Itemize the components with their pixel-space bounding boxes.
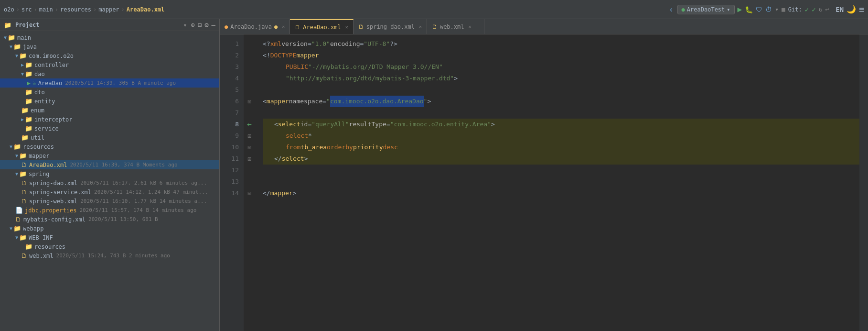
coverage-button[interactable]: 🛡 — [756, 6, 762, 13]
nav-back-button[interactable]: ‹ — [668, 4, 674, 15]
gutter-col: ⧆ ← ⧆ ⧆ ⧆ ⧆ — [244, 34, 255, 331]
folder-icon-com: 📁 — [19, 52, 27, 59]
tree-item-jdbc[interactable]: 📄 jdbc.properties 2020/5/11 15:57, 174 B… — [0, 206, 219, 215]
tree-item-resources[interactable]: ▼ 📁 resources — [0, 142, 219, 151]
gutter-fold-9: ⧆ — [244, 130, 255, 142]
tree-item-dao[interactable]: ▼ 📁 dao — [0, 69, 219, 78]
meta-web-xml: 2020/5/11 15:24, 743 B 2 minutes ago — [56, 253, 170, 259]
breadcrumb-o2o[interactable]: o2o — [4, 6, 14, 13]
tab-close-web-xml[interactable]: ✕ — [468, 24, 471, 29]
ln-11: 11 — [220, 153, 239, 165]
gutter-fold-6: ⧆ — [244, 96, 255, 107]
meta-spring-web: 2020/5/11 16:10, 1.77 kB 14 minutes a... — [80, 198, 207, 204]
tab-web-xml[interactable]: 🗋 web.xml ✕ — [427, 19, 484, 34]
label-entity: entity — [34, 98, 55, 105]
breadcrumb-src[interactable]: src — [21, 6, 32, 13]
stop-button[interactable]: ■ — [782, 6, 785, 13]
refresh-button[interactable]: ↻ — [819, 6, 823, 13]
label-areadao-xml: AreaDao.xml — [29, 162, 67, 168]
run-config-selector[interactable]: ● AreaDaoTest ▾ — [677, 5, 735, 14]
tree-item-webinf[interactable]: ▼ 📁 WEB-INF — [0, 233, 219, 242]
code-line-9: select * — [263, 130, 859, 142]
sep1: › — [16, 6, 20, 13]
tab-close-java[interactable]: ✕ — [282, 24, 285, 29]
xml-icon-areadao: 🗋 — [21, 161, 27, 168]
tree-item-spring-dao[interactable]: 🗋 spring-dao.xml 2020/5/11 16:17, 2.61 k… — [0, 178, 219, 188]
tree-item-controller[interactable]: ▶ 📁 controller — [0, 60, 219, 69]
locate-icon[interactable]: ⊕ — [191, 21, 194, 29]
gutter-breakpoint-8[interactable]: ← — [244, 119, 255, 130]
breadcrumb-resources[interactable]: resources — [60, 6, 91, 13]
more-run-button[interactable]: ▾ — [775, 6, 779, 13]
tree-item-java[interactable]: ▼ 📁 java — [0, 42, 219, 51]
folder-icon-java: 📁 — [13, 43, 21, 50]
breadcrumb-main[interactable]: main — [39, 6, 53, 13]
tab-modified-java: ● — [274, 23, 278, 30]
tree-item-spring[interactable]: ▼ 📁 spring — [0, 169, 219, 178]
folder-icon-interceptor: 📁 — [25, 116, 32, 123]
tree-item-mybatis[interactable]: 🗋 mybatis-config.xml 2020/5/11 13:50, 68… — [0, 215, 219, 224]
label-controller: controller — [34, 62, 69, 68]
tab-icon-web-xml: 🗋 — [432, 23, 438, 30]
folder-arrow-webapp: ▼ — [10, 226, 12, 231]
tree-item-resources2[interactable]: ▶ 📁 resources — [0, 242, 219, 251]
sidebar-icons: ⊕ ⊟ ⚙ — — [191, 21, 215, 29]
tree-item-areadao-xml[interactable]: 🗋 AreaDao.xml 2020/5/11 16:39, 374 B Mom… — [0, 160, 219, 169]
prop-icon-jdbc: 📄 — [15, 207, 23, 214]
folder-arrow-dao: ▼ — [21, 71, 24, 77]
code-line-10: from tb_area order by priority desc — [263, 142, 859, 153]
profiler-button[interactable]: ⏱ — [765, 6, 772, 13]
label-resources2: resources — [34, 243, 65, 250]
tab-label-java: AreaDao.java — [230, 23, 272, 30]
tree-item-dto[interactable]: ▶ 📁 dto — [0, 88, 219, 97]
tree-item-com[interactable]: ▼ 📁 com.imooc.o2o — [0, 51, 219, 60]
main-menu-button[interactable]: ≡ — [859, 4, 864, 14]
debug-button[interactable]: 🐛 — [745, 6, 753, 13]
folder-icon-entity: 📁 — [25, 98, 32, 105]
breadcrumb: o2o › src › main › resources › mapper › … — [4, 6, 668, 13]
folder-icon-controller: 📁 — [25, 61, 32, 68]
collapse-icon[interactable]: ⊟ — [198, 21, 202, 29]
folder-icon-resources: 📁 — [13, 143, 21, 150]
settings-icon[interactable]: ⚙ — [204, 21, 208, 29]
tree-item-entity[interactable]: ▶ 📁 entity — [0, 97, 219, 106]
ln-3: 3 — [220, 61, 239, 73]
tree-item-spring-service[interactable]: 🗋 spring-service.xml 2020/5/11 14:12, 1.… — [0, 188, 219, 197]
label-spring-service: spring-service.xml — [29, 189, 91, 196]
tree-item-webapp[interactable]: ▼ 📁 webapp — [0, 224, 219, 233]
tree-item-enum[interactable]: 📁 enum — [0, 106, 219, 115]
folder-arrow-resources: ▼ — [10, 144, 12, 149]
run-button[interactable]: ▶ — [738, 5, 742, 14]
tab-close-spring-dao[interactable]: ✕ — [419, 24, 422, 29]
sep4: › — [93, 6, 96, 13]
tab-areadao-xml[interactable]: 🗋 AreaDao.xml ✕ — [290, 19, 354, 34]
folder-icon-mapper: 📁 — [19, 152, 27, 159]
xml-icon-spring-dao: 🗋 — [21, 179, 27, 187]
folder-icon-dao: 📁 — [25, 70, 32, 77]
tab-close-xml[interactable]: ✕ — [345, 24, 348, 30]
sidebar-header: 📁 Project ▾ ⊕ ⊟ ⚙ — — [0, 19, 219, 31]
code-line-5 — [263, 84, 859, 96]
code-content[interactable]: <?xml version="1.0" encoding="UTF-8"?> <… — [255, 34, 859, 331]
tree-item-web-xml[interactable]: 🗋 web.xml 2020/5/11 15:24, 743 B 2 minut… — [0, 251, 219, 260]
code-line-6: <mapper namespace="com.imooc.o2o.dao.Are… — [263, 96, 859, 107]
undo-button[interactable]: ↩ — [825, 6, 829, 13]
tree-item-areadao[interactable]: ▶ ☕ AreaDao 2020/5/11 14:39, 305 B A min… — [0, 78, 219, 88]
tab-spring-dao[interactable]: 🗋 spring-dao.xml ✕ — [354, 19, 427, 34]
folder-icon-util: 📁 — [21, 134, 29, 141]
folder-arrow-controller: ▶ — [21, 62, 24, 67]
meta-areadao-xml: 2020/5/11 16:39, 374 B Moments ago — [70, 162, 177, 168]
tab-areadao-java[interactable]: ● AreaDao.java ● ✕ — [220, 19, 290, 34]
tree-item-spring-web[interactable]: 🗋 spring-web.xml 2020/5/11 16:10, 1.77 k… — [0, 197, 219, 206]
ln-12: 12 — [220, 165, 239, 176]
tree-item-service[interactable]: ▶ 📁 service — [0, 124, 219, 133]
tree-item-main[interactable]: ▼ 📁 main — [0, 33, 219, 42]
tree-item-interceptor[interactable]: ▶ 📁 interceptor — [0, 115, 219, 124]
breadcrumb-mapper[interactable]: mapper — [98, 6, 119, 13]
label-mapper: mapper — [29, 153, 49, 159]
theme-button[interactable]: 🌙 — [847, 5, 856, 14]
tree-item-util[interactable]: 📁 util — [0, 133, 219, 142]
hide-icon[interactable]: — — [212, 21, 215, 29]
tree-item-mapper-folder[interactable]: ▼ 📁 mapper — [0, 151, 219, 160]
project-folder-icon: 📁 — [4, 22, 11, 29]
